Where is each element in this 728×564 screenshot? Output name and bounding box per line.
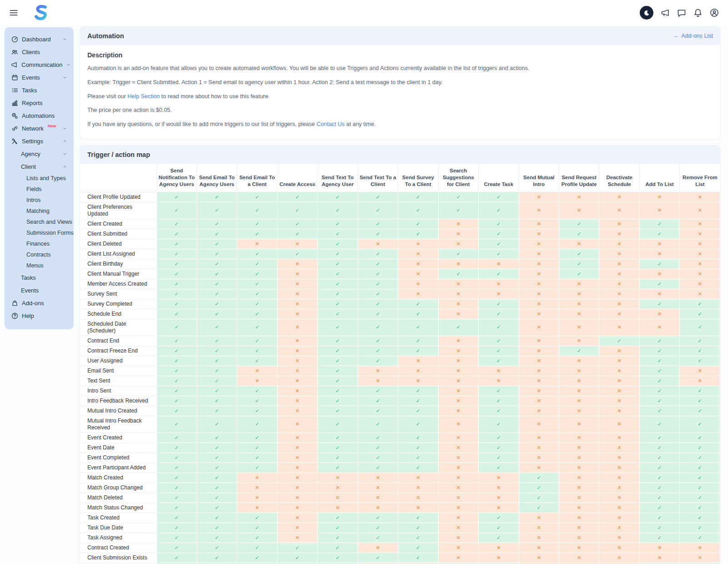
check-cell: ✓ — [680, 386, 720, 396]
check-cell: ✓ — [237, 396, 277, 406]
check-cell: ✓ — [157, 219, 197, 229]
check-cell: ✓ — [639, 336, 679, 346]
cross-cell: ✕ — [519, 319, 559, 336]
cross-cell: ✕ — [519, 346, 559, 356]
cross-cell: ✕ — [277, 473, 317, 483]
sidebar-item-label: Add-ons — [22, 300, 44, 307]
check-cell: ✓ — [157, 443, 197, 453]
sidebar-item-contracts[interactable]: Contracts — [7, 249, 71, 260]
cross-cell: ✕ — [277, 463, 317, 473]
cross-cell: ✕ — [519, 376, 559, 386]
check-cell: ✓ — [398, 443, 438, 453]
trigger-row: Task Due Date✓✓✓✕✓✓✓✕✓✕✕✕✓✓ — [80, 523, 720, 533]
check-cell: ✓ — [318, 289, 358, 299]
check-cell: ✓ — [479, 202, 519, 219]
trigger-map-header-row: Send Notification To Agency UsersSend Em… — [80, 164, 720, 192]
check-cell: ✓ — [237, 553, 277, 563]
cross-cell: ✕ — [680, 249, 720, 259]
sidebar-item-matching[interactable]: Matching — [7, 206, 71, 217]
dark-mode-toggle[interactable] — [640, 6, 653, 20]
check-cell: ✓ — [318, 406, 358, 416]
sidebar-item-agency[interactable]: Agency — [7, 147, 71, 160]
sidebar-item-lists-and-types[interactable]: Lists and Types — [7, 173, 71, 184]
trigger-row: Match Status Changed✓✓✕✕✕✕✕✕✕✓✕✕✓✓ — [80, 503, 720, 513]
sidebar-item-help[interactable]: Help — [7, 309, 71, 322]
contact-us-link[interactable]: Contact Us — [317, 121, 345, 127]
sidebar-item-finances[interactable]: Finances — [7, 238, 71, 249]
sidebar-item-network[interactable]: NetworkNew — [7, 122, 71, 135]
cross-cell: ✕ — [519, 309, 559, 319]
addons-list-link[interactable]: ←Add-ons List — [673, 33, 713, 39]
sidebar-item-tasks[interactable]: Tasks — [7, 84, 71, 96]
sidebar-item-label: Events — [22, 74, 40, 81]
check-cell: ✓ — [680, 463, 720, 473]
check-cell: ✓ — [237, 229, 277, 239]
announcements-button[interactable] — [661, 8, 670, 17]
help-section-link[interactable]: Help Section — [127, 93, 160, 100]
sidebar-item-clients[interactable]: Clients — [7, 45, 71, 58]
sidebar-item-search-and-views[interactable]: Search and Views — [7, 217, 71, 227]
sidebar-item-settings[interactable]: Settings — [7, 135, 71, 147]
check-cell: ✓ — [358, 202, 398, 219]
sidebar-item-add-ons[interactable]: Add-ons — [7, 297, 71, 309]
cross-cell: ✕ — [559, 386, 599, 396]
check-cell: ✓ — [438, 249, 478, 259]
sidebar-item-dashboard[interactable]: Dashboard — [7, 33, 71, 45]
check-cell: ✓ — [398, 396, 438, 406]
text-segment: If you have any questions, or if would l… — [87, 121, 317, 127]
check-cell: ✓ — [639, 346, 679, 356]
sidebar-item-reports[interactable]: Reports — [7, 96, 71, 109]
cross-cell: ✕ — [438, 289, 478, 299]
check-cell: ✓ — [358, 192, 398, 202]
check-cell: ✓ — [479, 309, 519, 319]
app-logo[interactable] — [32, 3, 51, 22]
check-cell: ✓ — [438, 269, 478, 279]
hamburger-menu-button[interactable] — [9, 8, 19, 18]
sidebar-item-menus[interactable]: Menus — [7, 260, 71, 271]
sidebar-item-automations[interactable]: Automations — [7, 109, 71, 122]
trigger-row: Scheduled Date (Scheduler)✓✓✓✕✓✓✓✓✓✕✕✕✕✓ — [80, 319, 720, 336]
check-cell: ✓ — [318, 259, 358, 269]
trigger-label: Task Created — [80, 513, 157, 523]
cross-cell: ✕ — [438, 463, 478, 473]
trigger-row: Schedule End✓✓✓✕✓✓✓✕✓✕✕✕✕✓ — [80, 309, 720, 319]
account-button[interactable] — [710, 8, 719, 17]
sidebar-item-events[interactable]: Events — [7, 284, 71, 297]
check-cell: ✓ — [358, 533, 398, 543]
sidebar-item-fields[interactable]: Fields — [7, 184, 71, 195]
check-cell: ✓ — [479, 219, 519, 229]
check-cell: ✓ — [157, 503, 197, 513]
check-cell: ✓ — [358, 319, 398, 336]
sidebar-item-submission-forms[interactable]: Submission Forms — [7, 227, 71, 238]
chat-icon — [677, 8, 686, 17]
check-cell: ✓ — [398, 513, 438, 523]
check-cell: ✓ — [157, 473, 197, 483]
check-cell: ✓ — [358, 406, 398, 416]
trigger-label: Client Manual Trigger — [80, 269, 157, 279]
cross-cell: ✕ — [599, 533, 639, 543]
cross-cell: ✕ — [237, 483, 277, 493]
sidebar-item-communication[interactable]: Communication — [7, 58, 71, 71]
sidebar-item-label: Client — [21, 163, 36, 170]
cross-cell: ✕ — [318, 473, 358, 483]
check-cell: ✓ — [479, 406, 519, 416]
sidebar-item-events[interactable]: Events — [7, 71, 71, 84]
sidebar-item-tasks[interactable]: Tasks — [7, 271, 71, 284]
cross-cell: ✕ — [680, 192, 720, 202]
check-cell: ✓ — [479, 396, 519, 406]
sidebar-item-client[interactable]: Client — [7, 160, 71, 173]
cross-cell: ✕ — [438, 229, 478, 239]
sidebar-item-intros[interactable]: Intros — [7, 195, 71, 206]
description-section: Description Automation is an add-on feat… — [80, 45, 720, 139]
messages-button[interactable] — [677, 8, 686, 17]
cross-cell: ✕ — [277, 533, 317, 543]
check-cell: ✓ — [237, 346, 277, 356]
cross-cell: ✕ — [479, 259, 519, 269]
check-cell: ✓ — [398, 229, 438, 239]
cross-cell: ✕ — [479, 279, 519, 289]
check-cell: ✓ — [479, 416, 519, 433]
notifications-button[interactable] — [693, 8, 703, 17]
cross-cell: ✕ — [519, 463, 559, 473]
check-cell: ✓ — [197, 473, 237, 483]
check-cell: ✓ — [157, 483, 197, 493]
